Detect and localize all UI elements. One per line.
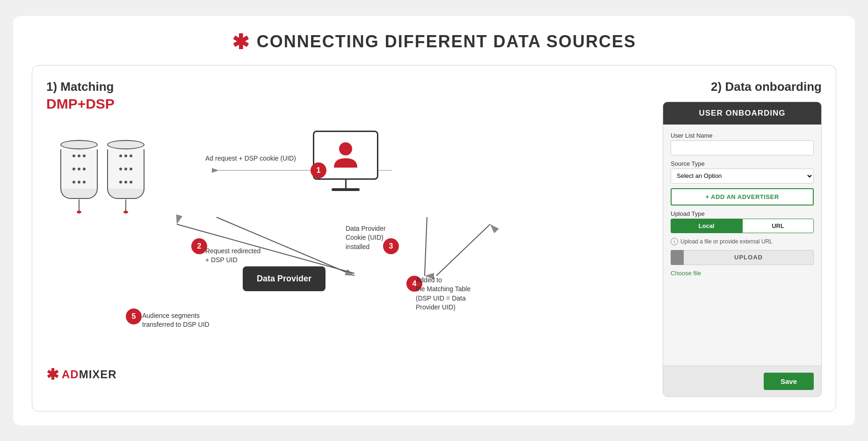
step-label-2: Request redirected+ DSP UID bbox=[205, 247, 260, 265]
user-list-name-field-group: User List Name bbox=[671, 132, 814, 155]
title-asterisk-icon: ✱ bbox=[232, 30, 250, 54]
step-label-4: Added tothe Matching Table(DSP UID = Dat… bbox=[416, 276, 470, 312]
diagram-area: Data Provider 1 2 3 4 5 Ad request + DSP… bbox=[46, 121, 663, 383]
form-footer: Save bbox=[663, 366, 821, 397]
step-label-5: Audience segmentstransferred to DSP UID bbox=[142, 311, 210, 330]
upload-type-label: Upload Type bbox=[671, 210, 814, 217]
upload-type-local-button[interactable]: Local bbox=[671, 219, 742, 233]
admixer-logo: ✱ ADMIXER bbox=[46, 366, 117, 383]
upload-handle bbox=[671, 250, 684, 265]
add-advertiser-button[interactable]: + ADD AN ADVERTISER bbox=[671, 188, 814, 206]
admixer-text: ADMIXER bbox=[62, 368, 117, 381]
upload-type-url-button[interactable]: URL bbox=[742, 219, 814, 233]
upload-row: UPLOAD bbox=[671, 250, 814, 265]
info-icon: i bbox=[671, 238, 678, 245]
upload-button[interactable]: UPLOAD bbox=[684, 250, 814, 265]
step-label-3: Data ProviderCookie (UID)installed bbox=[346, 224, 386, 252]
section-2-title: 2) Data onboarding bbox=[663, 80, 822, 94]
step-bubble-2: 2 bbox=[191, 238, 207, 254]
user-list-name-input[interactable] bbox=[671, 140, 814, 155]
page-title: ✱ CONNECTING DIFFERENT DATA SOURCES bbox=[32, 30, 836, 54]
matching-section-title: 1) Matching bbox=[46, 80, 663, 94]
upload-type-toggle: Local URL bbox=[671, 219, 814, 233]
source-type-field-group: Source Type Select an Option bbox=[671, 160, 814, 184]
source-type-select[interactable]: Select an Option bbox=[671, 169, 814, 184]
data-provider-box: Data Provider bbox=[243, 266, 326, 291]
form-body: User List Name Source Type Select an Opt… bbox=[663, 125, 821, 366]
svg-line-6 bbox=[425, 217, 427, 276]
form-section: 2) Data onboarding USER ONBOARDING User … bbox=[663, 80, 822, 397]
database-icon-1 bbox=[60, 140, 98, 213]
choose-file-link[interactable]: Choose file bbox=[671, 270, 814, 277]
user-list-name-label: User List Name bbox=[671, 132, 814, 139]
upload-type-group: Upload Type Local URL bbox=[671, 210, 814, 233]
step-label-1: Ad request + DSP cookie (UID) bbox=[205, 154, 296, 163]
source-type-label: Source Type bbox=[671, 160, 814, 167]
step-bubble-5: 5 bbox=[126, 309, 142, 324]
database-icon-2 bbox=[107, 140, 145, 213]
monitor-icon bbox=[313, 131, 378, 191]
step-bubble-1: 1 bbox=[311, 162, 326, 178]
form-header: USER ONBOARDING bbox=[663, 102, 821, 125]
save-button[interactable]: Save bbox=[764, 373, 814, 390]
user-avatar-icon bbox=[332, 139, 360, 171]
upload-hint: i Upload a file or provide external URL bbox=[671, 238, 814, 245]
svg-point-9 bbox=[339, 142, 352, 155]
main-card: 1) Matching DMP+DSP bbox=[32, 65, 836, 412]
diagram-section: 1) Matching DMP+DSP bbox=[46, 80, 663, 397]
svg-line-7 bbox=[436, 224, 490, 276]
dmp-dsp-label: DMP+DSP bbox=[46, 96, 663, 112]
admixer-asterisk-icon: ✱ bbox=[46, 366, 59, 383]
user-onboarding-form-card: USER ONBOARDING User List Name Source Ty… bbox=[663, 102, 822, 397]
